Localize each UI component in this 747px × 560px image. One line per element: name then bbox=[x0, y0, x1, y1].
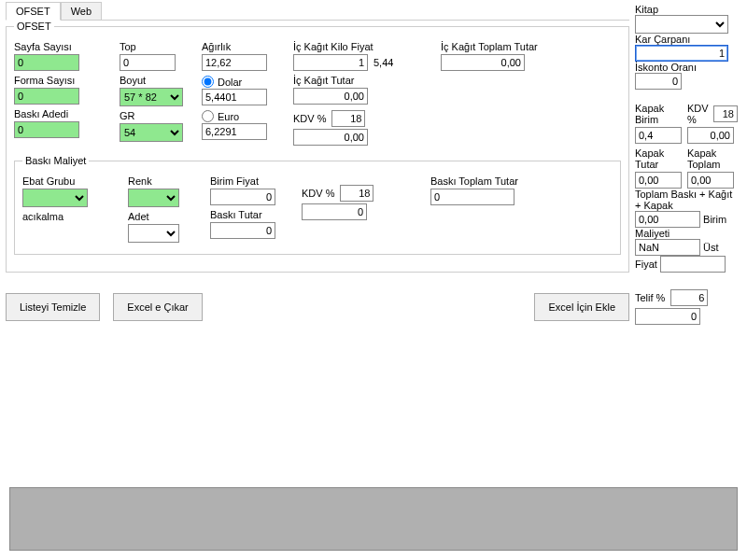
baski-tutar-label: Baskı Tutar bbox=[210, 209, 285, 220]
iskonto-label: İskonto Oranı bbox=[635, 62, 697, 73]
top-input[interactable] bbox=[120, 54, 176, 71]
tutar-label: İç Kağıt Tutar bbox=[293, 75, 424, 86]
kar-label: Kar Çarpanı bbox=[635, 34, 690, 45]
acikalma-label: acıkalma bbox=[22, 211, 111, 222]
gr-select[interactable]: 54 bbox=[120, 123, 183, 142]
birim-input[interactable] bbox=[210, 189, 275, 205]
stoplam-label: Toplam Baskı + Kağıt + Kapak bbox=[635, 189, 732, 211]
toplam-label: İç Kağıt Toplam Tutar bbox=[441, 41, 562, 52]
euro-input[interactable] bbox=[202, 123, 267, 140]
top-label: Top bbox=[120, 41, 185, 52]
euro-label: Euro bbox=[218, 111, 239, 122]
excel-ekle-button[interactable]: Excel İçin Ekle bbox=[534, 293, 629, 321]
mtoplam-label: Baskı Toplam Tutar bbox=[430, 175, 552, 187]
baski-label: Baskı Adedi bbox=[14, 108, 103, 119]
telif-input[interactable] bbox=[670, 289, 708, 306]
adet-label: Adet bbox=[128, 211, 193, 222]
kdv-input[interactable] bbox=[331, 110, 365, 127]
ebat-label: Ebat Grubu bbox=[22, 175, 111, 187]
renk-label: Renk bbox=[128, 175, 193, 187]
boyut-select[interactable]: 57 * 82 bbox=[120, 88, 183, 106]
dolar-label: Dolar bbox=[218, 77, 242, 88]
kdv-tutar-input[interactable] bbox=[293, 129, 368, 146]
mkdv-input[interactable] bbox=[340, 185, 374, 202]
kitap-select[interactable] bbox=[635, 15, 728, 34]
tabs: OFSET Web bbox=[6, 2, 629, 21]
agirlik-label: Ağırlık bbox=[202, 41, 276, 52]
maliyet-group: Baskı Maliyet Ebat Grubu acıkalma Renk A… bbox=[14, 155, 621, 255]
ebat-select[interactable] bbox=[22, 189, 88, 207]
excel-cikar-button[interactable]: Excel e Çıkar bbox=[113, 293, 202, 321]
baski-input[interactable] bbox=[14, 121, 79, 138]
kitap-label: Kitap bbox=[635, 4, 658, 15]
skdv-label: KDV % bbox=[687, 103, 710, 125]
birim-label: Birim Fiyat bbox=[210, 175, 285, 187]
dolar-radio[interactable] bbox=[202, 76, 214, 88]
skdv-tutar[interactable] bbox=[687, 127, 734, 144]
boyut-label: Boyut bbox=[120, 75, 185, 86]
gr-label: GR bbox=[120, 110, 185, 121]
stoplam-input[interactable] bbox=[635, 211, 700, 228]
kar-input[interactable] bbox=[635, 45, 728, 62]
kapak-birim-input[interactable] bbox=[635, 127, 682, 144]
birim-maliyet-input[interactable] bbox=[635, 239, 700, 256]
telif-label: Telif % bbox=[635, 292, 665, 303]
adet-select[interactable] bbox=[128, 224, 179, 243]
tab-ofset[interactable]: OFSET bbox=[6, 2, 61, 21]
ofset-group: OFSET Sayfa Sayısı Forma Sayısı Baskı Ad… bbox=[6, 21, 629, 273]
kilo-label: İç Kağıt Kilo Fiyat bbox=[293, 41, 424, 52]
temizle-button[interactable]: Listeyi Temizle bbox=[6, 293, 100, 321]
kapak-tutar-label: Kapak Tutar bbox=[635, 147, 682, 170]
mkdv-label: KDV % bbox=[302, 188, 334, 199]
telif-tutar[interactable] bbox=[635, 308, 700, 325]
euro-radio[interactable] bbox=[202, 110, 214, 122]
mtoplam-input[interactable] bbox=[430, 189, 514, 205]
sayfa-input[interactable] bbox=[14, 54, 79, 71]
kilo-input[interactable] bbox=[293, 54, 368, 71]
dolar-input[interactable] bbox=[202, 89, 267, 105]
kapak-tutar-input[interactable] bbox=[635, 172, 682, 189]
maliyet-legend: Baskı Maliyet bbox=[22, 155, 89, 166]
tutar-input[interactable] bbox=[293, 88, 368, 105]
kapak-toplam-input[interactable] bbox=[687, 172, 734, 189]
ust-fiyat-input[interactable] bbox=[660, 256, 726, 273]
tab-web[interactable]: Web bbox=[61, 2, 102, 20]
iskonto-input[interactable] bbox=[635, 73, 682, 90]
toplam-input[interactable] bbox=[441, 54, 525, 71]
kdv-label: KDV % bbox=[293, 113, 326, 124]
bottom-bar bbox=[9, 487, 738, 551]
baski-tutar-input[interactable] bbox=[210, 222, 275, 239]
agirlik-input[interactable] bbox=[202, 54, 267, 71]
forma-label: Forma Sayısı bbox=[14, 75, 103, 86]
kapak-birim-label: Kapak Birim bbox=[635, 103, 682, 125]
renk-select[interactable] bbox=[128, 189, 179, 207]
ofset-legend: OFSET bbox=[14, 21, 54, 32]
forma-input[interactable] bbox=[14, 88, 79, 105]
skdv-input[interactable] bbox=[713, 105, 738, 122]
kapak-toplam-label: Kapak Toplam bbox=[687, 147, 738, 170]
sayfa-label: Sayfa Sayısı bbox=[14, 41, 103, 52]
kilo-calc: 5,44 bbox=[374, 57, 393, 68]
mkdv-tutar[interactable] bbox=[302, 203, 367, 220]
